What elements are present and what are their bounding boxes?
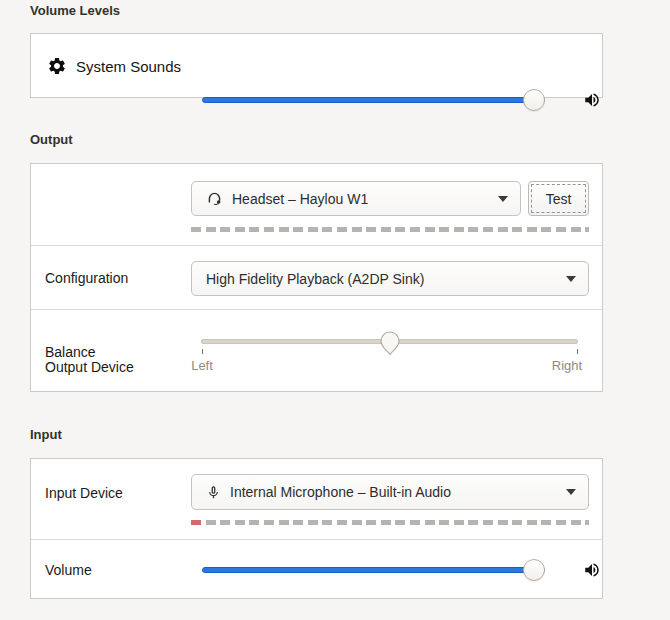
balance-right-label: Right — [537, 358, 597, 373]
chevron-down-icon — [498, 196, 508, 202]
slider-handle[interactable] — [523, 89, 545, 111]
input-volume-slider[interactable] — [202, 559, 545, 581]
output-device-value: Headset – Haylou W1 — [232, 191, 490, 207]
microphone-icon — [206, 485, 221, 500]
input-card: Input Device Internal Microphone – Built… — [30, 458, 603, 599]
chevron-down-icon — [566, 276, 576, 282]
input-device-label: Input Device — [45, 484, 123, 502]
balance-left-label: Left — [172, 358, 232, 373]
chevron-down-icon — [566, 489, 576, 495]
output-level-meter — [191, 227, 589, 232]
configuration-label: Configuration — [45, 269, 128, 287]
gear-icon — [47, 56, 67, 76]
volume-levels-card: System Sounds — [30, 33, 603, 98]
section-title-input: Input — [30, 427, 62, 443]
test-button[interactable]: Test — [528, 181, 589, 216]
balance-label: Balance — [45, 343, 96, 361]
row-divider — [31, 539, 602, 540]
slider-handle[interactable] — [523, 559, 545, 581]
balance-slider[interactable] — [201, 339, 578, 344]
system-sounds-label: System Sounds — [76, 57, 181, 77]
volume-high-icon — [583, 91, 601, 109]
configuration-dropdown[interactable]: High Fidelity Playback (A2DP Sink) — [191, 261, 589, 296]
input-level-meter — [191, 520, 589, 525]
section-title-volume-levels: Volume Levels — [30, 3, 120, 19]
input-device-value: Internal Microphone – Built-in Audio — [230, 484, 558, 500]
slider-fill — [202, 97, 545, 103]
row-divider — [31, 309, 602, 310]
system-sounds-volume-slider[interactable] — [202, 89, 545, 111]
configuration-value: High Fidelity Playback (A2DP Sink) — [206, 271, 558, 287]
balance-tick-right — [577, 349, 578, 354]
section-title-output: Output — [30, 132, 73, 148]
output-device-dropdown[interactable]: Headset – Haylou W1 — [191, 181, 521, 216]
balance-tick-left — [202, 349, 203, 354]
row-divider — [31, 245, 602, 246]
input-volume-label: Volume — [45, 561, 92, 579]
output-card: Output Device Headset – Haylou W1 Test C… — [30, 163, 603, 392]
balance-handle[interactable] — [379, 330, 401, 356]
test-button-label: Test — [546, 191, 572, 207]
headset-icon — [206, 190, 223, 207]
volume-high-icon — [583, 561, 601, 579]
input-device-dropdown[interactable]: Internal Microphone – Built-in Audio — [191, 474, 589, 510]
slider-fill — [202, 567, 545, 573]
